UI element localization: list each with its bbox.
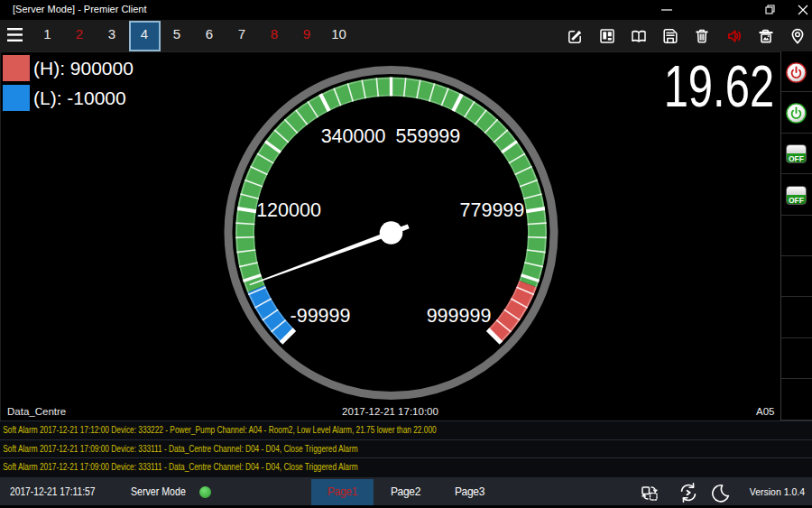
svg-text:559999: 559999: [396, 125, 461, 147]
svg-text:-99999: -99999: [291, 305, 351, 327]
svg-text:120000: 120000: [256, 199, 321, 221]
svg-text:340000: 340000: [321, 125, 386, 147]
svg-text:999999: 999999: [427, 305, 492, 327]
svg-text:779999: 779999: [460, 199, 525, 221]
